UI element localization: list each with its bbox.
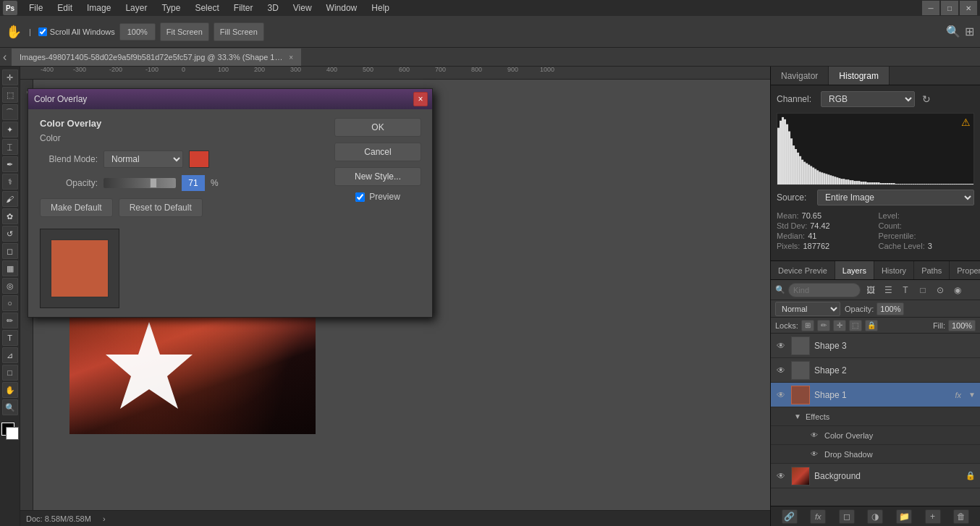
dialog-title-bar[interactable]: Color Overlay × [28,89,432,109]
zoom-tool[interactable]: 🔍 [2,399,18,415]
document-tab[interactable]: Images-498071405-58d02e9a5f9b581d72e5fc5… [12,48,301,66]
zoom-input[interactable]: 100% [119,23,156,41]
cancel-button[interactable]: Cancel [334,143,421,161]
stamp-tool[interactable]: ✿ [2,208,18,224]
opacity-slider[interactable] [104,178,176,188]
tab-navigator[interactable]: Navigator [771,67,829,85]
tab-histogram[interactable]: Histogram [829,67,890,85]
add-mask-button[interactable]: ◻ [839,509,855,524]
crop-tool[interactable]: ⌶ [2,139,18,155]
menu-edit[interactable]: Edit [54,1,75,14]
fg-bg-color-picker[interactable] [1,423,19,444]
maximize-button[interactable]: □ [941,1,958,15]
menu-view[interactable]: View [290,1,315,14]
heal-tool[interactable]: ⚕ [2,174,18,190]
effects-toggle-icon[interactable]: ▼ [794,412,801,420]
lock-position-button[interactable]: ✛ [833,320,846,331]
menu-help[interactable]: Help [368,1,392,14]
layer-item-shape1[interactable]: 👁 Shape 1 fx ▼ [771,383,980,407]
hand-tool-icon[interactable]: ✋ [6,24,22,40]
visibility-background-button[interactable]: 👁 [775,470,787,482]
shape-tool[interactable]: □ [2,365,18,381]
pen-tool[interactable]: ✏ [2,313,18,328]
color-swatch[interactable] [189,150,209,168]
menu-image[interactable]: Image [84,1,114,14]
blend-mode-select[interactable]: NormalDissolveMultiplyScreenOverlay [104,150,183,168]
menu-filter[interactable]: Filter [231,1,256,14]
new-group-button[interactable]: 📁 [896,509,912,524]
layer-opacity-input[interactable] [876,302,904,315]
layers-filter-type-btn[interactable]: 🖼 [863,283,878,297]
opacity-input[interactable] [182,175,205,191]
fill-input[interactable] [948,320,976,331]
effect-color-overlay[interactable]: 👁 Color Overlay [771,426,980,445]
layer-item-shape3[interactable]: 👁 Shape 3 [771,334,980,358]
tab-history[interactable]: History [874,261,914,279]
new-fill-adj-button[interactable]: ◑ [867,509,883,524]
layer-item-shape2[interactable]: 👁 Shape 2 [771,358,980,383]
refresh-histogram-button[interactable]: ↻ [919,92,934,106]
channel-select[interactable]: RGB [821,91,915,107]
lasso-tool[interactable]: ⌒ [2,104,18,120]
ok-button[interactable]: OK [334,118,421,137]
lock-transparent-button[interactable]: ⊞ [801,320,814,331]
text-tool[interactable]: T [2,330,18,346]
tab-paths[interactable]: Paths [914,261,950,279]
visibility-color-overlay-button[interactable]: 👁 [808,430,820,441]
prev-tab-button[interactable]: ‹ [3,51,12,64]
tab-device-preview[interactable]: Device Previe [771,261,835,279]
expand-arrow-shape1[interactable]: ▼ [968,391,976,399]
lock-all-button[interactable]: 🔒 [865,320,878,331]
path-tool[interactable]: ⊿ [2,347,18,363]
search-icon[interactable]: 🔍 [946,25,960,38]
lock-image-button[interactable]: ✏ [817,320,830,331]
delete-layer-button[interactable]: 🗑 [953,509,969,524]
new-style-button[interactable]: New Style... [334,167,421,186]
magic-wand-tool[interactable]: ✦ [2,122,18,137]
layers-filter-smart-btn[interactable]: ⊙ [933,283,947,297]
menu-window[interactable]: Window [324,1,360,14]
effect-drop-shadow[interactable]: 👁 Drop Shadow [771,445,980,464]
tab-close-button[interactable]: × [289,54,293,61]
menu-layer[interactable]: Layer [122,1,150,14]
visibility-shape1-button[interactable]: 👁 [775,389,787,401]
menu-3d[interactable]: 3D [264,1,281,14]
brush-tool[interactable]: 🖌 [2,191,18,207]
background-color[interactable] [6,427,19,440]
menu-select[interactable]: Select [192,1,221,14]
eraser-tool[interactable]: ◻ [2,243,18,259]
layers-filter-text-btn[interactable]: T [898,283,913,297]
scroll-all-windows-check[interactable]: Scroll All Windows [38,27,115,36]
layers-filter-adj-btn[interactable]: ☰ [881,283,895,297]
minimize-button[interactable]: ─ [922,1,939,15]
dialog-close-button[interactable]: × [413,92,428,106]
menu-file[interactable]: File [26,1,46,14]
layers-search-input[interactable] [788,283,861,297]
menu-type[interactable]: Type [159,1,183,14]
layers-filter-toggle-btn[interactable]: ◉ [950,283,965,297]
tab-properties[interactable]: Properties [950,261,980,279]
layers-filter-shape-btn[interactable]: □ [916,283,930,297]
reset-to-default-button[interactable]: Reset to Default [119,198,203,217]
visibility-drop-shadow-button[interactable]: 👁 [808,449,820,460]
gradient-tool[interactable]: ▦ [2,260,18,276]
preview-checkbox[interactable] [355,192,365,202]
layer-blend-select[interactable]: Normal [775,302,840,316]
link-layers-button[interactable]: 🔗 [782,509,798,524]
add-effect-button[interactable]: fx [810,509,826,524]
close-button[interactable]: ✕ [960,1,977,15]
blur-tool[interactable]: ◎ [2,278,18,294]
tab-layers[interactable]: Layers [835,261,874,279]
move-tool[interactable]: ✛ [2,69,18,85]
marquee-tool[interactable]: ⬚ [2,87,18,103]
eyedropper-tool[interactable]: ✒ [2,156,18,172]
layout-icon[interactable]: ⊞ [965,25,974,38]
layer-item-background[interactable]: 👁 Background 🔒 [771,464,980,488]
lock-artboard-button[interactable]: ⬚ [849,320,862,331]
history-brush-tool[interactable]: ↺ [2,226,18,242]
new-layer-button[interactable]: + [925,509,941,524]
dodge-tool[interactable]: ○ [2,295,18,311]
fit-screen-button[interactable]: Fit Screen [160,22,209,41]
source-select[interactable]: Entire Image [817,190,974,205]
preview-checkbox-row[interactable]: Preview [355,192,400,202]
